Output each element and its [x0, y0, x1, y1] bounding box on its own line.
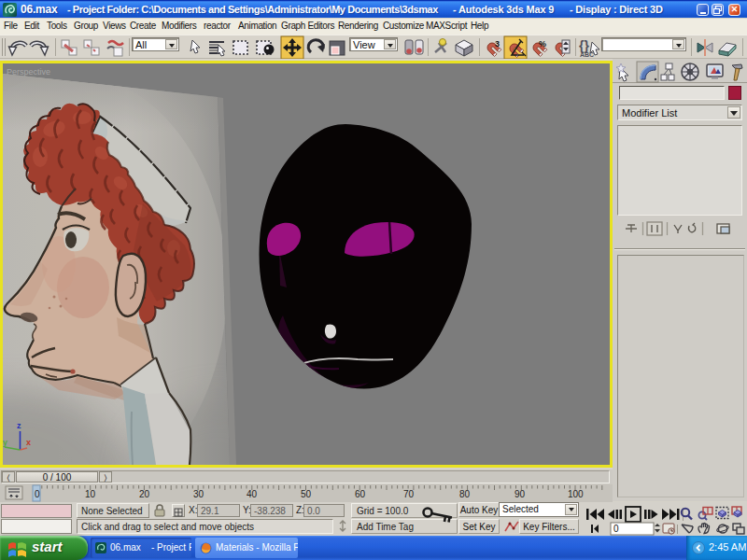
svg-text:80: 80 — [459, 489, 471, 499]
svg-text:30: 30 — [193, 489, 204, 499]
svg-text:20: 20 — [139, 489, 150, 499]
svg-text:0: 0 — [613, 524, 619, 534]
svg-text:z: z — [17, 421, 21, 430]
svg-text:x: x — [26, 438, 31, 447]
svg-text:100: 100 — [568, 489, 584, 499]
svg-text:70: 70 — [403, 489, 415, 499]
svg-text:0: 0 — [35, 489, 40, 499]
svg-text:Perspective: Perspective — [7, 67, 50, 77]
svg-text:40: 40 — [247, 489, 258, 499]
svg-text:%: % — [539, 39, 546, 49]
svg-text:90: 90 — [514, 489, 526, 499]
svg-text:3: 3 — [495, 39, 500, 49]
svg-text:60: 60 — [355, 489, 366, 499]
svg-text:10: 10 — [85, 489, 96, 499]
svg-text:ABC: ABC — [580, 51, 594, 58]
svg-text:50: 50 — [301, 489, 312, 499]
svg-text:y: y — [3, 438, 7, 447]
